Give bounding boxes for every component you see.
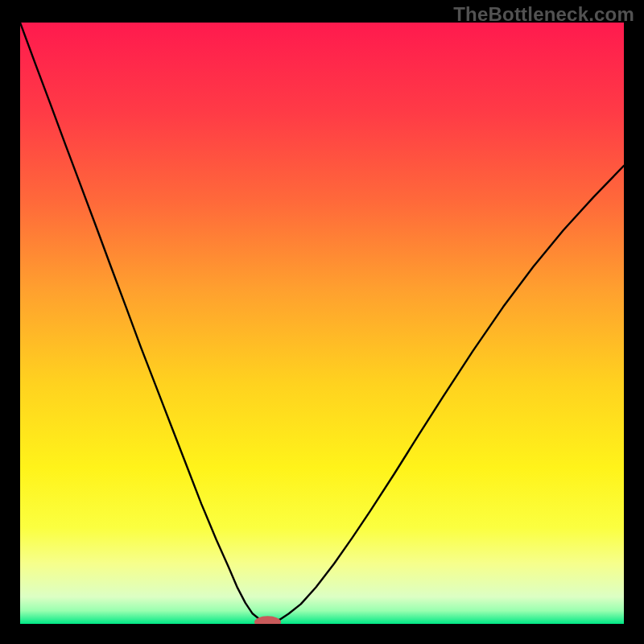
chart-plot xyxy=(20,23,624,624)
chart-frame: TheBottleneck.com xyxy=(0,0,644,644)
plot-background xyxy=(20,23,624,624)
